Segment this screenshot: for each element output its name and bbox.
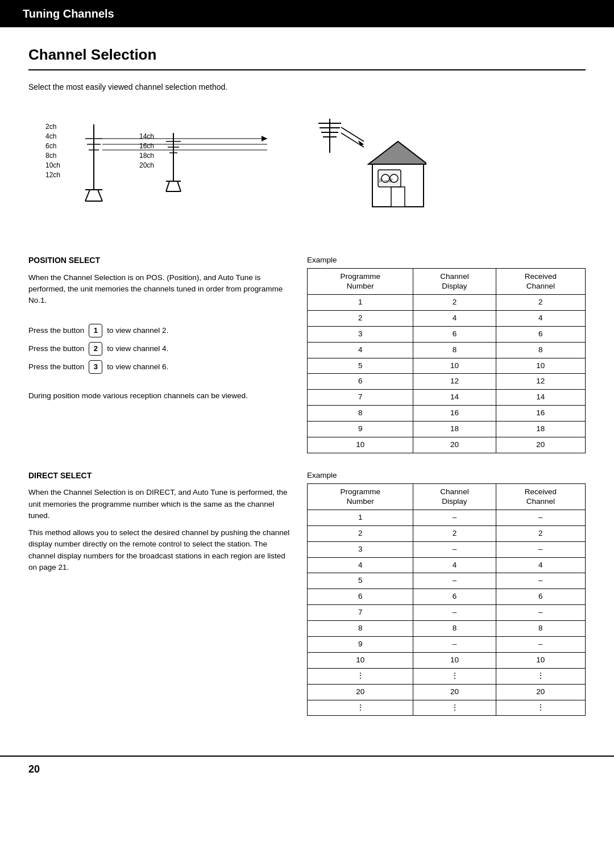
table-row: 81616 — [308, 406, 586, 422]
section-title: Channel Selection — [28, 44, 586, 70]
intro-text: Select the most easily viewed channel se… — [28, 82, 586, 93]
svg-text:14ch: 14ch — [139, 132, 154, 140]
header-title: Tuning Channels — [23, 7, 114, 20]
table-row: 3–– — [308, 541, 586, 557]
table-row: 488 — [308, 342, 586, 358]
position-example-label: Example — [307, 255, 586, 266]
pos-header-2: ChannelDisplay — [413, 268, 496, 294]
table-row: 122 — [308, 294, 586, 310]
svg-text:12ch: 12ch — [45, 171, 60, 179]
table-row: 5–– — [308, 573, 586, 589]
table-row: 7–– — [308, 605, 586, 621]
pos-header-1: ProgrammeNumber — [308, 268, 413, 294]
dir-header-2: ChannelDisplay — [413, 483, 496, 510]
svg-marker-17 — [262, 136, 267, 141]
table-row: 444 — [308, 557, 586, 573]
position-select-heading: POSITION SELECT — [28, 255, 290, 266]
table-row: 71414 — [308, 390, 586, 406]
table-row: ⋮⋮⋮ — [308, 668, 586, 684]
button-line-1: Press the button 1 to view channel 2. — [28, 324, 290, 337]
svg-rect-40 — [391, 187, 405, 207]
press-prefix-1: Press the button — [28, 326, 84, 336]
svg-marker-38 — [368, 141, 426, 164]
svg-text:16ch: 16ch — [139, 142, 154, 150]
dir-header-1: ProgrammeNumber — [308, 483, 413, 510]
page-header: Tuning Channels — [0, 0, 614, 27]
table-row: 666 — [308, 589, 586, 605]
table-row: 51010 — [308, 358, 586, 374]
svg-text:8ch: 8ch — [45, 152, 56, 160]
direct-example-label: Example — [307, 470, 586, 481]
button-1-text: to view channel 2. — [107, 326, 168, 336]
button-2: 2 — [89, 342, 102, 356]
button-3: 3 — [89, 360, 102, 374]
table-row: 1–– — [308, 510, 586, 525]
table-row: 888 — [308, 621, 586, 637]
svg-line-24 — [166, 181, 169, 191]
button-line-2: Press the button 2 to view channel 4. — [28, 342, 290, 356]
svg-line-35 — [341, 127, 364, 141]
page-footer: 20 — [0, 756, 614, 782]
position-select-desc: When the Channel Selection is on POS. (P… — [28, 272, 290, 307]
button-1: 1 — [89, 324, 102, 337]
table-row: 202020 — [308, 684, 586, 700]
press-prefix-3: Press the button — [28, 362, 84, 373]
direct-select-right: Example ProgrammeNumber ChannelDisplay R… — [307, 470, 586, 716]
channel-diagram: 2ch 4ch 6ch 8ch 10ch 12ch — [28, 107, 426, 232]
table-row: 9–– — [308, 636, 586, 652]
dir-header-3: ReceivedChannel — [496, 483, 585, 510]
direct-select-desc2: This method allows you to select the des… — [28, 527, 290, 573]
table-row: 101010 — [308, 652, 586, 668]
svg-text:20ch: 20ch — [139, 161, 154, 169]
svg-line-9 — [98, 190, 102, 201]
table-row: 244 — [308, 310, 586, 326]
main-content: Channel Selection Select the most easily… — [0, 27, 614, 756]
table-row: 91818 — [308, 422, 586, 437]
direct-select-heading: DIRECT SELECT — [28, 470, 290, 482]
button-line-3: Press the button 3 to view channel 6. — [28, 360, 290, 374]
position-example-table: ProgrammeNumber ChannelDisplay ReceivedC… — [307, 268, 586, 453]
table-row: 61212 — [308, 374, 586, 390]
position-select-left: POSITION SELECT When the Channel Selecti… — [28, 255, 290, 453]
page-number: 20 — [28, 762, 40, 777]
diagram-area: 2ch 4ch 6ch 8ch 10ch 12ch — [28, 107, 586, 238]
position-select-footer: During position mode various reception c… — [28, 390, 290, 402]
svg-text:18ch: 18ch — [139, 152, 154, 160]
direct-select-desc1: When the Channel Selection is on DIRECT,… — [28, 487, 290, 521]
direct-select-section: DIRECT SELECT When the Channel Selection… — [28, 470, 586, 716]
table-row: 222 — [308, 525, 586, 541]
table-row: 102020 — [308, 437, 586, 453]
position-select-right: Example ProgrammeNumber ChannelDisplay R… — [307, 255, 586, 453]
svg-text:10ch: 10ch — [45, 161, 60, 169]
table-row: 366 — [308, 326, 586, 342]
direct-select-left: DIRECT SELECT When the Channel Selection… — [28, 470, 290, 716]
button-2-text: to view channel 4. — [107, 344, 168, 354]
svg-text:4ch: 4ch — [45, 132, 56, 140]
svg-line-25 — [177, 181, 181, 191]
position-select-section: POSITION SELECT When the Channel Selecti… — [28, 255, 586, 453]
svg-text:6ch: 6ch — [45, 142, 56, 150]
direct-example-table: ProgrammeNumber ChannelDisplay ReceivedC… — [307, 483, 586, 716]
press-prefix-2: Press the button — [28, 344, 84, 354]
table-row: ⋮⋮⋮ — [308, 700, 586, 716]
svg-line-8 — [85, 190, 90, 201]
page-container: Tuning Channels Channel Selection Select… — [0, 0, 614, 868]
button-3-text: to view channel 6. — [107, 362, 168, 373]
svg-text:2ch: 2ch — [45, 123, 56, 131]
pos-header-3: ReceivedChannel — [496, 268, 585, 294]
svg-text:// ∼ //: // ∼ // — [379, 178, 393, 183]
